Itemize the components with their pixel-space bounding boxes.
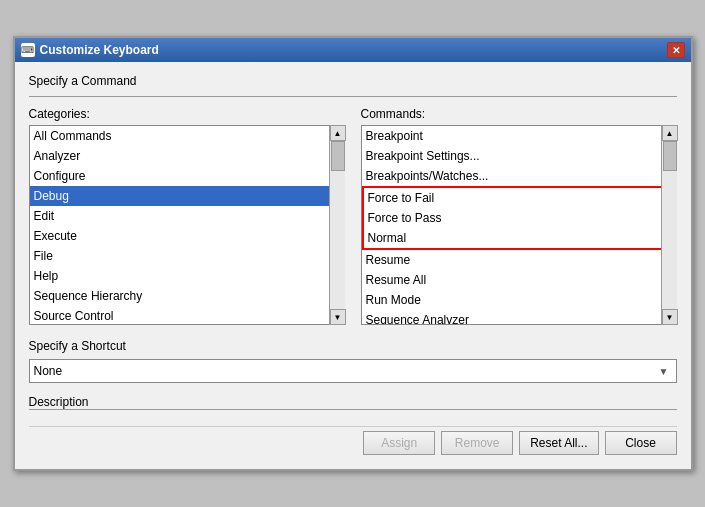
scroll-thumb[interactable]	[331, 141, 345, 171]
command-item[interactable]: Resume	[362, 250, 676, 270]
assign-button[interactable]: Assign	[363, 431, 435, 455]
commands-scrollbar[interactable]: ▲ ▼	[661, 125, 677, 325]
specify-command-label: Specify a Command	[29, 74, 677, 88]
scroll-down-btn[interactable]: ▼	[330, 309, 346, 325]
shortcut-label: Specify a Shortcut	[29, 339, 677, 353]
category-item[interactable]: Help	[30, 266, 344, 286]
commands-scroll-up-btn[interactable]: ▲	[662, 125, 678, 141]
shortcut-select[interactable]: None	[29, 359, 677, 383]
command-item[interactable]: Force to Fail	[364, 188, 674, 208]
categories-list[interactable]: All CommandsAnalyzerConfigureDebugEditEx…	[29, 125, 345, 325]
category-item[interactable]: All Commands	[30, 126, 344, 146]
command-item[interactable]: Normal	[364, 228, 674, 248]
remove-button[interactable]: Remove	[441, 431, 513, 455]
category-item[interactable]: Debug	[30, 186, 344, 206]
description-label: Description	[29, 395, 89, 409]
description-section: Description	[29, 395, 677, 410]
window-close-button[interactable]: ✕	[667, 42, 685, 58]
command-item[interactable]: Breakpoint	[362, 126, 676, 146]
highlighted-commands-group: Force to FailForce to PassNormal	[362, 186, 676, 250]
titlebar-left: ⌨ Customize Keyboard	[21, 43, 159, 57]
scroll-up-btn[interactable]: ▲	[330, 125, 346, 141]
command-item[interactable]: Force to Pass	[364, 208, 674, 228]
command-item[interactable]: Breakpoints/Watches...	[362, 166, 676, 186]
command-item[interactable]: Breakpoint Settings...	[362, 146, 676, 166]
dialog-content: Specify a Command Categories: All Comman…	[15, 62, 691, 469]
shortcut-select-wrapper: None	[29, 359, 677, 383]
category-item[interactable]: Source Control	[30, 306, 344, 325]
footer-buttons: Assign Remove Reset All... Close	[29, 426, 677, 457]
command-item[interactable]: Resume All	[362, 270, 676, 290]
categories-scroll-wrapper: All CommandsAnalyzerConfigureDebugEditEx…	[29, 125, 345, 325]
categories-label: Categories:	[29, 107, 345, 121]
shortcut-section: Specify a Shortcut None	[29, 339, 677, 383]
category-item[interactable]: Sequence Hierarchy	[30, 286, 344, 306]
category-item[interactable]: Execute	[30, 226, 344, 246]
window-title: Customize Keyboard	[40, 43, 159, 57]
commands-label: Commands:	[361, 107, 677, 121]
titlebar: ⌨ Customize Keyboard ✕	[15, 38, 691, 62]
categories-container: Categories: All CommandsAnalyzerConfigur…	[29, 107, 345, 325]
commands-scroll-thumb[interactable]	[663, 141, 677, 171]
commands-scroll-down-btn[interactable]: ▼	[662, 309, 678, 325]
commands-scroll-wrapper: BreakpointBreakpoint Settings...Breakpoi…	[361, 125, 677, 325]
categories-scrollbar[interactable]: ▲ ▼	[329, 125, 345, 325]
command-item[interactable]: Run Mode	[362, 290, 676, 310]
command-divider	[29, 96, 677, 97]
customize-keyboard-dialog: ⌨ Customize Keyboard ✕ Specify a Command…	[13, 36, 693, 471]
reset-all-button[interactable]: Reset All...	[519, 431, 598, 455]
commands-container: Commands: BreakpointBreakpoint Settings.…	[361, 107, 677, 325]
category-item[interactable]: Edit	[30, 206, 344, 226]
lists-row: Categories: All CommandsAnalyzerConfigur…	[29, 107, 677, 325]
scroll-track	[330, 141, 345, 309]
keyboard-icon: ⌨	[21, 43, 35, 57]
command-item[interactable]: Sequence Analyzer	[362, 310, 676, 325]
category-item[interactable]: Analyzer	[30, 146, 344, 166]
category-item[interactable]: Configure	[30, 166, 344, 186]
close-button[interactable]: Close	[605, 431, 677, 455]
commands-scroll-track	[662, 141, 677, 309]
description-divider	[29, 409, 677, 410]
commands-list[interactable]: BreakpointBreakpoint Settings...Breakpoi…	[361, 125, 677, 325]
category-item[interactable]: File	[30, 246, 344, 266]
